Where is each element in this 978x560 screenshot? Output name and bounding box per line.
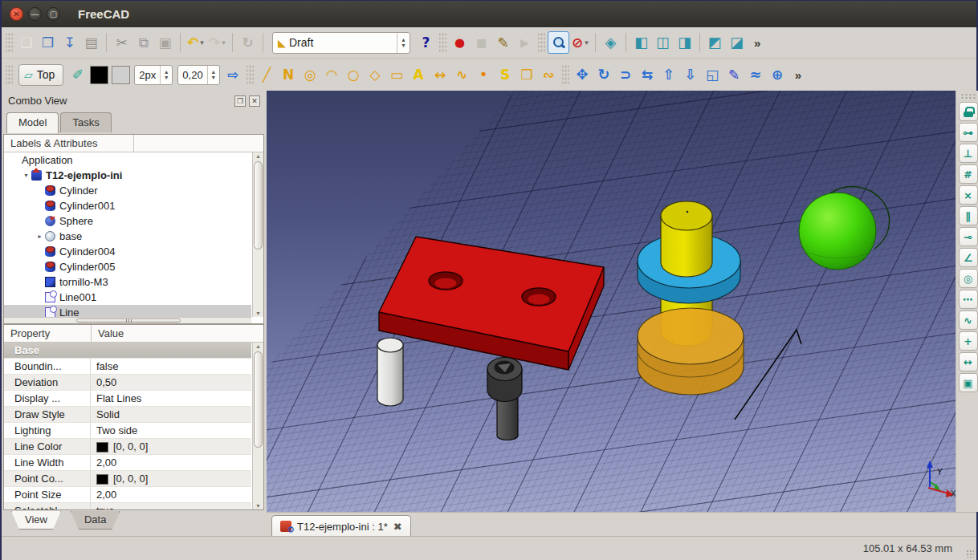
tree-item-cylinder[interactable]: Cylinder xyxy=(4,183,251,198)
property-row-drawstyle[interactable]: Draw StyleSolid xyxy=(4,407,251,423)
draft-dimension-button[interactable]: ↔ xyxy=(430,63,451,86)
tab-model[interactable]: Model xyxy=(6,112,59,133)
snap-endpoint-button[interactable]: ⊸ xyxy=(959,227,978,246)
snap-midpoint-button[interactable]: ⊶ xyxy=(959,123,978,142)
snap-lock-button[interactable] xyxy=(959,102,978,121)
tree-item-line[interactable]: Line xyxy=(4,305,251,317)
combo-spin-arrows-icon[interactable]: ▲▼ xyxy=(397,33,410,53)
tree-expander-icon[interactable]: ▾ xyxy=(21,172,31,179)
new-document-button[interactable]: ❏ xyxy=(15,31,37,54)
document-close-icon[interactable]: ✖ xyxy=(393,521,402,533)
snap-working-plane-button[interactable]: ▣ xyxy=(959,373,978,392)
orange-disc[interactable] xyxy=(638,308,744,395)
minimize-window-button[interactable]: — xyxy=(28,7,42,21)
dropdown-arrow-icon[interactable]: ▾ xyxy=(585,39,589,47)
snap-parallel-button[interactable]: ∥ xyxy=(959,206,978,225)
spin-arrows-icon[interactable]: ▲▼ xyxy=(207,66,219,84)
draft-edit-button[interactable]: ✎ xyxy=(723,63,745,86)
snap-extension-button[interactable]: + xyxy=(959,331,978,351)
draft-scale-button[interactable]: ◱ xyxy=(702,63,723,86)
macro-record-button[interactable]: ● xyxy=(449,31,471,54)
snap-ortho-button[interactable]: ⋯ xyxy=(959,290,978,309)
paste-button[interactable]: ▣ xyxy=(154,31,176,54)
property-row-linewidth[interactable]: Line Width2,00 xyxy=(4,455,251,471)
macro-edit-button[interactable]: ✎ xyxy=(492,31,514,54)
macro-stop-button[interactable]: ■ xyxy=(471,31,492,54)
tree-horizontal-scrollbar[interactable] xyxy=(4,317,251,323)
red-plate[interactable] xyxy=(379,237,604,370)
tree-item-cylinder005[interactable]: Cylinder005 xyxy=(4,259,251,274)
draft-bezcurve-button[interactable]: ∾ xyxy=(538,63,560,86)
property-row-selectabl[interactable]: Selectabl...true xyxy=(4,503,251,509)
draft-trimex-button[interactable]: ⇆ xyxy=(637,63,658,86)
rear-view-button[interactable]: ◩ xyxy=(704,31,726,54)
front-view-button[interactable]: ◧ xyxy=(630,31,652,54)
property-row-boundin[interactable]: Boundin...false xyxy=(4,359,251,375)
tree-item-application[interactable]: Application xyxy=(4,152,251,168)
resize-grip[interactable] xyxy=(966,550,974,558)
draft-rotate-button[interactable]: ↻ xyxy=(593,63,615,86)
draft-offset-button[interactable]: ⊃ xyxy=(615,63,637,86)
property-row-linecolor[interactable]: Line Color[0, 0, 0] xyxy=(4,439,251,455)
dropdown-arrow-icon[interactable]: ▾ xyxy=(222,39,226,47)
line-color-swatch[interactable] xyxy=(90,66,108,84)
right-view-button[interactable]: ◨ xyxy=(674,31,695,54)
draft-move-button[interactable]: ✥ xyxy=(572,63,593,86)
toolbar-overflow-button[interactable]: » xyxy=(751,36,764,50)
snap-near-button[interactable]: ∿ xyxy=(959,310,978,330)
draft-shapestring-button[interactable]: S xyxy=(495,63,516,86)
draft-wire-button[interactable]: N xyxy=(278,63,300,86)
tree-item-cylinder001[interactable]: Cylinder001 xyxy=(4,198,251,213)
apply-style-button[interactable]: ⇨ xyxy=(222,63,244,86)
draw-style-button[interactable]: ⊘▾ xyxy=(569,31,591,54)
tree-hscroll-thumb[interactable] xyxy=(76,319,181,323)
bottom-view-button[interactable]: ◪ xyxy=(726,31,748,54)
draft-polygon-button[interactable]: ◇ xyxy=(365,63,386,86)
axonometric-view-button[interactable]: ◈ xyxy=(600,31,621,54)
tree-expander-icon[interactable]: ▸ xyxy=(35,233,45,240)
print-button[interactable]: ▤ xyxy=(80,31,102,54)
screw-tornillo[interactable] xyxy=(487,358,522,440)
white-cylinder[interactable] xyxy=(377,338,403,406)
toolbar2-overflow-button[interactable]: » xyxy=(792,68,805,82)
draft-upgrade-button[interactable]: ⇧ xyxy=(658,63,680,86)
save-document-button[interactable]: ↧ xyxy=(59,31,80,54)
whats-this-button[interactable]: ? xyxy=(415,31,437,54)
3d-viewport[interactable]: Y X xyxy=(267,91,956,512)
draft-downgrade-button[interactable]: ⇩ xyxy=(680,63,702,86)
close-window-button[interactable]: ✕ xyxy=(10,7,23,21)
fit-all-button[interactable] xyxy=(548,31,569,54)
draft-bspline-button[interactable]: ∿ xyxy=(451,63,473,86)
property-row-display[interactable]: Display ...Flat Lines xyxy=(4,391,251,407)
tree-item-base[interactable]: ▸base xyxy=(4,229,251,244)
property-row-base[interactable]: Base xyxy=(4,343,251,359)
draft-add-point-button[interactable]: ⊕ xyxy=(767,63,789,86)
face-color-swatch[interactable] xyxy=(112,66,130,84)
macro-run-button[interactable]: ▶ xyxy=(514,31,536,54)
tab-tasks[interactable]: Tasks xyxy=(60,112,111,132)
tab-data[interactable]: Data xyxy=(71,511,120,530)
draft-point-button[interactable]: • xyxy=(473,63,495,86)
tree-item-cylinder004[interactable]: Cylinder004 xyxy=(4,244,251,259)
refresh-button[interactable]: ↻ xyxy=(237,31,259,54)
property-vertical-scrollbar[interactable]: ▲ ▼ xyxy=(252,343,263,509)
property-row-pointco[interactable]: Point Co...[0, 0, 0] xyxy=(4,471,251,487)
3d-scene[interactable]: Y X xyxy=(267,91,956,512)
tree-vertical-scrollbar[interactable]: ▲ ▼ xyxy=(252,152,263,317)
draft-text-button[interactable]: A xyxy=(408,63,430,86)
working-plane-button[interactable]: ▱Top xyxy=(18,64,63,86)
copy-button[interactable]: ⧉ xyxy=(132,31,154,54)
draft-arc-button[interactable]: ◠ xyxy=(321,63,343,86)
text-scale-spinbox[interactable]: 0,20▲▼ xyxy=(177,65,219,85)
spin-arrows-icon[interactable]: ▲▼ xyxy=(160,66,172,84)
document-tab[interactable]: T12-ejemplo-ini : 1* ✖ xyxy=(271,515,411,537)
property-row-pointsize[interactable]: Point Size2,00 xyxy=(4,487,251,503)
property-scroll-thumb[interactable] xyxy=(254,351,263,448)
tree-item-line001[interactable]: Line001 xyxy=(4,290,251,305)
panel-float-button[interactable]: ❐ xyxy=(234,95,246,107)
tab-view[interactable]: View xyxy=(11,511,61,530)
draft-line-button[interactable]: ╱ xyxy=(256,63,278,86)
snap-angle-button[interactable]: ∠ xyxy=(959,248,978,267)
snap-grid-button[interactable]: # xyxy=(959,164,978,184)
panel-close-button[interactable]: ✕ xyxy=(249,95,260,107)
